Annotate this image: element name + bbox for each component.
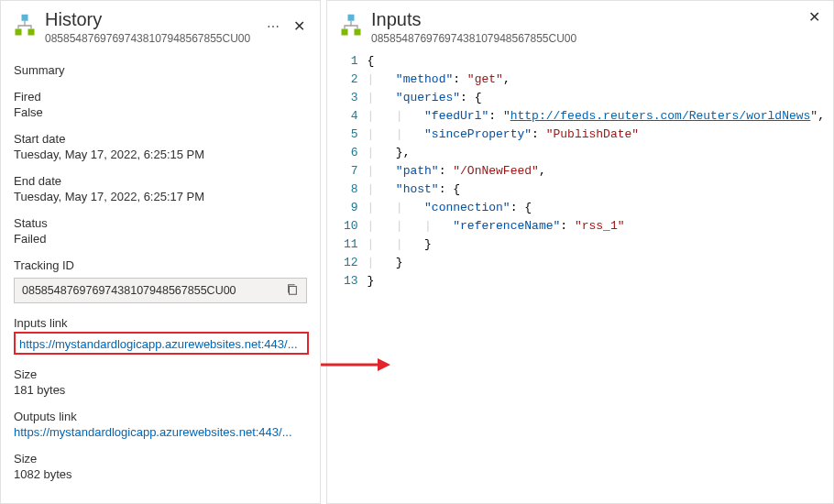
close-history-button[interactable]: ✕ xyxy=(290,17,309,36)
history-header: History 08585487697697438107948567855CU0… xyxy=(1,1,320,49)
outputs-size-label: Size xyxy=(14,452,307,466)
svg-rect-2 xyxy=(28,28,35,35)
history-title: History xyxy=(45,8,267,30)
status-value: Failed xyxy=(14,232,307,246)
fired-label: Fired xyxy=(14,90,307,104)
tracking-id-value: 08585487697697438107948567855CU00 xyxy=(22,284,284,297)
fired-value: False xyxy=(14,105,307,119)
inputs-size-label: Size xyxy=(14,367,307,381)
svg-rect-6 xyxy=(348,14,355,20)
svg-rect-0 xyxy=(22,14,28,20)
start-date-value: Tuesday, May 17, 2022, 6:25:15 PM xyxy=(14,148,307,161)
svg-rect-7 xyxy=(342,28,348,35)
copy-icon[interactable] xyxy=(284,281,301,301)
summary-label: Summary xyxy=(14,63,307,77)
inputs-header: Inputs 08585487697697438107948567855CU00… xyxy=(327,1,833,49)
inputs-size-value: 181 bytes xyxy=(14,383,307,397)
outputs-link-label: Outputs link xyxy=(14,410,307,423)
logic-app-icon xyxy=(338,13,364,41)
outputs-size-value: 1082 bytes xyxy=(14,467,307,481)
end-date-value: Tuesday, May 17, 2022, 6:25:17 PM xyxy=(14,190,307,203)
svg-rect-1 xyxy=(16,28,22,35)
svg-rect-3 xyxy=(290,286,297,294)
editor-gutter: 12345678910111213 xyxy=(327,52,368,503)
history-body: Summary Fired False Start date Tuesday, … xyxy=(1,49,320,494)
logic-app-icon xyxy=(12,13,38,41)
close-inputs-button[interactable]: ✕ xyxy=(805,8,824,27)
start-date-label: Start date xyxy=(14,132,307,146)
editor-code[interactable]: {| "method": "get",| "queries": {| | "fe… xyxy=(368,52,833,503)
tracking-id-field: 08585487697697438107948567855CU00 xyxy=(14,278,307,303)
history-id: 08585487697697438107948567855CU00 xyxy=(45,32,267,45)
more-icon[interactable]: ⋯ xyxy=(267,19,280,34)
svg-rect-8 xyxy=(355,28,361,35)
inputs-link-highlight: https://mystandardlogicapp.azurewebsites… xyxy=(14,332,309,355)
inputs-link[interactable]: https://mystandardlogicapp.azurewebsites… xyxy=(19,337,303,351)
tracking-id-label: Tracking ID xyxy=(14,258,307,272)
inputs-link-label: Inputs link xyxy=(14,316,307,330)
status-label: Status xyxy=(14,216,307,230)
end-date-label: End date xyxy=(14,174,307,188)
json-editor[interactable]: 12345678910111213 {| "method": "get",| "… xyxy=(327,49,833,503)
inputs-id: 08585487697697438107948567855CU00 xyxy=(371,32,822,45)
history-panel: History 08585487697697438107948567855CU0… xyxy=(0,0,321,504)
inputs-panel: Inputs 08585487697697438107948567855CU00… xyxy=(326,0,834,504)
outputs-link[interactable]: https://mystandardlogicapp.azurewebsites… xyxy=(14,425,307,439)
inputs-title: Inputs xyxy=(371,8,822,30)
